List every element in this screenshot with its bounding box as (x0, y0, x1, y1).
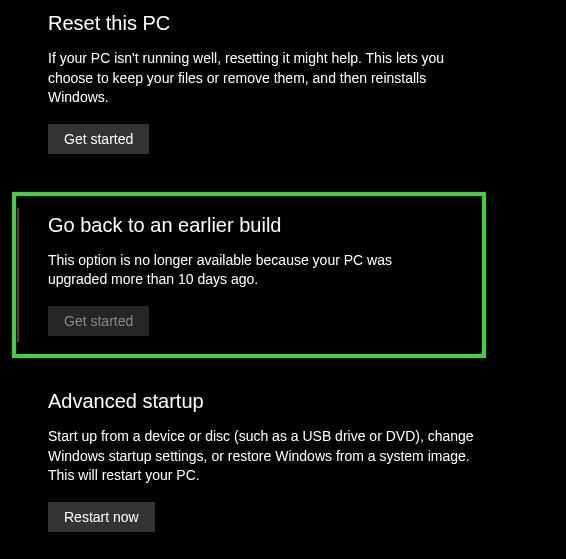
reset-pc-section: Reset this PC If your PC isn't running w… (48, 12, 566, 154)
recovery-settings-panel: Reset this PC If your PC isn't running w… (0, 0, 566, 559)
restart-now-button[interactable]: Restart now (48, 502, 155, 532)
reset-pc-title: Reset this PC (48, 12, 566, 35)
advanced-startup-title: Advanced startup (48, 390, 566, 413)
go-back-section: Go back to an earlier build This option … (48, 214, 450, 336)
go-back-title: Go back to an earlier build (48, 214, 450, 237)
go-back-get-started-button: Get started (48, 306, 149, 336)
advanced-startup-description: Start up from a device or disc (such as … (48, 427, 478, 486)
reset-get-started-button[interactable]: Get started (48, 124, 149, 154)
highlight-box: Go back to an earlier build This option … (12, 192, 486, 358)
go-back-description: This option is no longer available becau… (48, 251, 450, 290)
advanced-startup-section: Advanced startup Start up from a device … (48, 390, 566, 532)
reset-pc-description: If your PC isn't running well, resetting… (48, 49, 478, 108)
